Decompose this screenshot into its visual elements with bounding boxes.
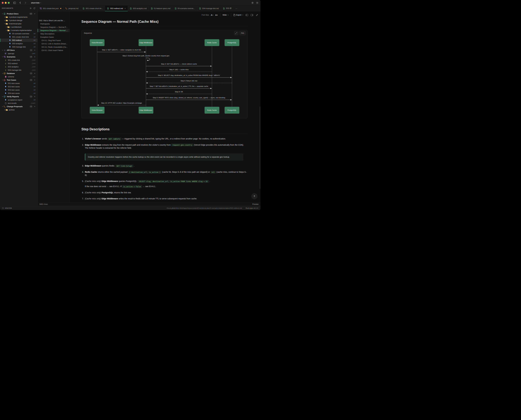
sidebar-item-1-architecture[interactable]: 1-architecture [0, 25, 38, 29]
toc-item-sequence-diagram-normal-p[interactable]: Sequence Diagram — Normal P... [38, 25, 70, 29]
chevron-down-icon[interactable] [1, 13, 3, 15]
chevron-right-icon[interactable] [3, 19, 6, 22]
tab-s03-analytics-md[interactable]: S03-analytics.md [128, 6, 149, 11]
chevron-down-icon[interactable] [1, 72, 3, 75]
back-icon[interactable] [18, 1, 22, 4]
toc-item-sequence-diagram-normal[interactable]: Sequence Diagram — Normal ... [38, 29, 70, 32]
panel-right-toggle-icon[interactable] [250, 13, 253, 16]
chevron-down-icon[interactable] [1, 105, 3, 108]
step-number: 5. [81, 180, 84, 188]
chevron-down-icon[interactable] [3, 23, 6, 25]
tab-s03-[interactable]: S03-管 [221, 6, 234, 11]
export-button[interactable]: Export▼ [234, 14, 243, 16]
tab-01-feature-specs-md[interactable]: 01-feature-specs.md [149, 6, 173, 11]
window-title[interactable]: short-link▾ [31, 2, 41, 4]
sidebar-item-s02-redirect[interactable]: S02-redirect.md [0, 39, 38, 42]
sidebar-item-s01-create-short-link[interactable]: S01-create-short-link.md [0, 35, 38, 39]
close-tab-icon[interactable]: × [124, 7, 126, 9]
sidebar-item-change-proposals[interactable]: Change Proposals0+ [0, 105, 38, 108]
tab-s04-manage-link-md[interactable]: S04-manage-link.md [197, 6, 221, 11]
chevron-right-icon[interactable] [5, 26, 7, 28]
toc-item-ex-5-1-slug-not-found[interactable]: EX-5.1: Slug Not Found [38, 39, 70, 42]
edit-pencil-icon[interactable] [255, 13, 258, 16]
sidebar-item-s04-manage-link[interactable]: S04-manage-link.md [0, 45, 38, 49]
toc-item-step-descriptions[interactable]: Step Descriptions [38, 32, 70, 35]
sidebar-item-product-docs[interactable]: Product Docs12+ [0, 12, 38, 15]
file-extension: .json [31, 66, 35, 68]
minimize-window-button[interactable] [5, 2, 7, 4]
sidebar-gear-icon[interactable] [29, 7, 32, 10]
toc-item-participants[interactable]: Participants [38, 22, 70, 25]
chevron-down-icon[interactable] [1, 49, 3, 51]
sidebar-item-archive[interactable]: archive [0, 108, 38, 112]
sidebar-item-database[interactable]: Database1+ [0, 72, 38, 75]
sidebar-item-00-scenario-overview[interactable]: 00-scenario-overview.md [0, 32, 38, 35]
sidebar-item-3-technical-plan[interactable]: 3-technical-plan [0, 22, 38, 25]
sidebar-item-s04-manage-link[interactable]: {}S04-manage-link.json [0, 68, 38, 72]
toc-item-ex-6-1-link-is-inactive-deact[interactable]: EX-6.1: Link Is Inactive (Deact... [38, 42, 70, 45]
width-mode-dropdown[interactable]: Wide▼ [223, 14, 229, 16]
sidebar-item-s02-redirect[interactable]: {}S02-redirect.json [0, 62, 38, 65]
sidebar-item-2-scenario-implementation[interactable]: 2-scenario-implementation [0, 29, 38, 32]
add-item-button[interactable]: + [34, 49, 36, 52]
chevron-down-icon[interactable] [1, 56, 3, 58]
refresh-icon[interactable] [33, 7, 36, 10]
sidebar-item-s03-analytics[interactable]: S03-analytics.md [0, 42, 38, 45]
tab-s02-redirect-md[interactable]: S02-redirect.md× [105, 6, 128, 11]
settings-gear-icon[interactable] [251, 2, 254, 4]
sidebar-item-s01-create-link[interactable]: {}S01-create-link.json [0, 59, 38, 62]
chevron-down-icon[interactable] [1, 96, 3, 98]
panel-left-toggle-icon[interactable] [245, 13, 248, 16]
maximize-window-button[interactable] [8, 2, 10, 4]
toc-item-s02-visit-a-short-link-and-be[interactable]: S02: Visit a Short Link and Be ... [38, 19, 70, 22]
close-window-button[interactable] [2, 2, 4, 4]
toc-item-exception-cases[interactable]: Exception Cases [38, 35, 70, 39]
sidebar-item-label: S03-test-cases [8, 89, 20, 91]
expand-diagram-button[interactable] [234, 31, 238, 35]
more-tabs-button[interactable]: ⋯ [234, 6, 240, 11]
font-increase-button[interactable]: A+ [215, 14, 218, 16]
sidebar-item-verify-reports[interactable]: Verify Reports2+ [0, 95, 38, 98]
tab-s01-create-short-lin-[interactable]: S01-create-short-lin... [81, 6, 105, 11]
scroll-to-top-button[interactable] [251, 193, 257, 199]
chevron-right-icon[interactable] [3, 16, 6, 18]
forward-icon[interactable] [24, 1, 27, 4]
chevron-right-icon[interactable] [3, 109, 6, 111]
sidebar-item-s03-analytics[interactable]: {}S03-analytics.json [0, 65, 38, 68]
sidebar-item-s03-test-cases[interactable]: S03-test-cases.md [0, 88, 38, 92]
theme-sun-icon[interactable] [256, 2, 258, 4]
sidebar-item-schema[interactable]: schema.sql [0, 75, 38, 78]
sidebar-item-s04-test-cases[interactable]: S04-test-cases.md [0, 92, 38, 95]
sidebar-item-test-results[interactable]: test-results.jsonl [0, 102, 38, 105]
toc-item-ex-9-1-click-insert-failure[interactable]: EX-9.1: Click Insert Failure [38, 49, 70, 52]
doc-green-icon [130, 7, 132, 9]
chevron-down-icon[interactable] [5, 29, 7, 31]
sidebar-item-2-product-design[interactable]: 2-product-design [0, 19, 38, 22]
add-item-button[interactable]: + [34, 105, 36, 108]
tab-00-scenario-overvie-[interactable]: 00-scenario-overvie... [173, 6, 197, 11]
sidebar-item-test-cases[interactable]: Test Cases4+ [0, 78, 38, 82]
sidebar-item-api-docs[interactable]: {:}API Docs1+ [0, 49, 38, 52]
add-item-button[interactable]: + [34, 13, 36, 15]
sidebar-item-acceptance-report[interactable]: acceptance-report.md [0, 98, 38, 102]
sidebar-item-1-product-requirements[interactable]: 1-product-requirements [0, 15, 38, 19]
font-decrease-button[interactable]: A− [211, 14, 213, 16]
sidebar-item-openapi[interactable]: openapi.yaml [0, 52, 38, 55]
sidebar-toggle-icon[interactable] [13, 1, 16, 4]
sidebar-item-scenarios[interactable]: Scenarios4+ [0, 55, 38, 59]
toc-item-ex-3-1-redis-unavailable-ca[interactable]: EX-3.1: Redis Unavailable (Ca... [38, 45, 70, 49]
scrollbar-thumb[interactable] [260, 107, 260, 189]
export-png-button[interactable]: PNG [240, 31, 246, 35]
sidebar-item-label: S04-manage-link [8, 69, 22, 71]
sidebar-item-s02-test-cases[interactable]: S02-test-cases.md [0, 85, 38, 88]
step-item: 7.(Cache miss only) Edge Middleware writ… [81, 197, 248, 200]
tab-proposal-md[interactable]: proposal.md [63, 6, 81, 11]
add-item-button[interactable]: + [34, 56, 36, 58]
sidebar-item-s01-test-cases[interactable]: S01-test-cases.md [0, 82, 38, 85]
preview-mode-label[interactable]: Preview [252, 203, 258, 205]
add-item-button[interactable]: + [34, 79, 36, 81]
add-item-button[interactable]: + [34, 96, 36, 98]
chevron-down-icon[interactable] [1, 79, 3, 81]
tab-s01-create-link-json[interactable]: S01-create-link.json [38, 6, 63, 11]
add-item-button[interactable]: + [34, 72, 36, 75]
